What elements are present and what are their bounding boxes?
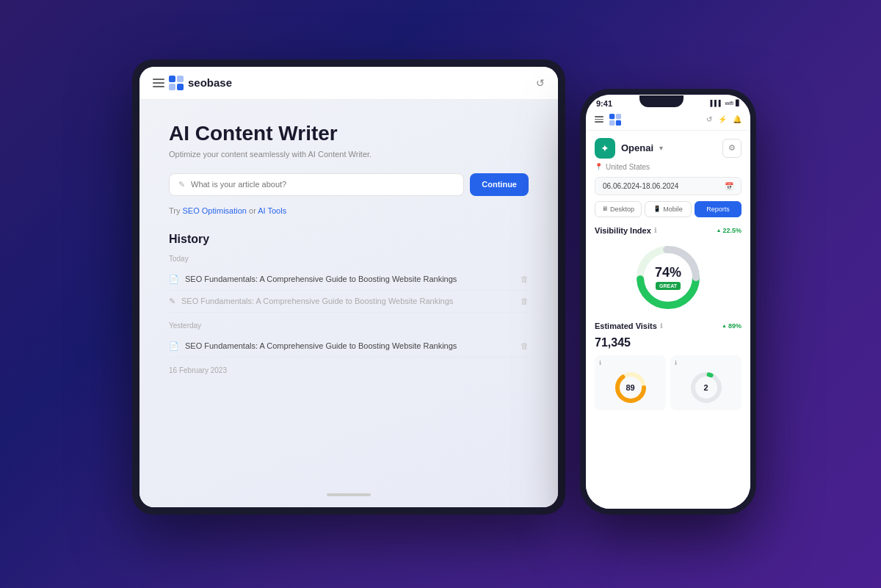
svg-rect-1 — [177, 76, 184, 82]
phone-topbar: ↺ ⚡ 🔔 — [586, 109, 750, 131]
phone-undo-icon[interactable]: ↺ — [706, 115, 712, 123]
date-label: 16 February 2023 — [169, 366, 529, 374]
phone-topbar-right: ↺ ⚡ 🔔 — [706, 115, 742, 123]
search-input-wrap[interactable]: ✎ — [169, 173, 464, 196]
svg-rect-2 — [169, 84, 175, 90]
visibility-section-header: Visibility Index ℹ 22.5% — [595, 226, 742, 235]
date-range-text: 06.06.2024-18.06.2024 — [603, 182, 678, 190]
ai-tools-link[interactable]: AI Tools — [258, 206, 286, 215]
svg-rect-3 — [177, 84, 184, 90]
mobile-tab[interactable]: 📱 Mobile — [645, 201, 692, 217]
location-text: United States — [606, 163, 650, 171]
history-item-text: SEO Fundamentals: A Comprehensive Guide … — [185, 341, 457, 350]
history-item-text: SEO Fundamentals: A Comprehensive Guide … — [185, 275, 457, 283]
small-chart-info-2[interactable]: ℹ — [675, 360, 677, 366]
battery-icon: ▊ — [736, 100, 740, 106]
tablet-screen: seobase ↺ AI Content Writer Optimize you… — [139, 67, 558, 507]
domain-info: ✦ Openai ▾ — [595, 138, 663, 159]
history-title: History — [169, 233, 529, 246]
phone-screen: 9:41 ▌▌▌ wifi ▊ — [586, 95, 750, 509]
trash-icon-2[interactable]: 🗑 — [521, 297, 529, 305]
continue-button[interactable]: Continue — [470, 173, 529, 196]
small-chart-card-2: ℹ 2 — [670, 355, 742, 410]
history-item[interactable]: 📄 SEO Fundamentals: A Comprehensive Guid… — [169, 269, 529, 291]
date-range-row[interactable]: 06.06.2024-18.06.2024 📅 — [595, 177, 742, 195]
seo-optimisation-link[interactable]: SEO Optimisation — [183, 206, 247, 215]
svg-rect-7 — [616, 120, 621, 125]
calendar-icon[interactable]: 📅 — [725, 182, 733, 190]
history-item[interactable]: 📄 SEO Fundamentals: A Comprehensive Guid… — [169, 335, 529, 357]
small-chart-info-1[interactable]: ℹ — [599, 360, 601, 366]
small-chart-card-1: ℹ 89 — [595, 355, 666, 410]
phone-status-icons: ▌▌▌ wifi ▊ — [710, 100, 740, 106]
mobile-tab-icon: 📱 — [653, 206, 661, 212]
history-item-left: 📄 SEO Fundamentals: A Comprehensive Guid… — [169, 275, 457, 284]
small-donut-2: 2 — [688, 369, 725, 406]
page-subtitle: Optimize your content seamlessly with AI… — [169, 150, 529, 159]
donut-center: 74% GREAT — [655, 265, 681, 290]
phone-time: 9:41 — [596, 99, 612, 108]
phone-activity-icon[interactable]: ⚡ — [718, 115, 727, 123]
try-text: Try SEO Optimisation or AI Tools — [169, 206, 529, 215]
tablet-logo-text: seobase — [188, 76, 232, 89]
hamburger-icon[interactable] — [153, 79, 164, 87]
visibility-info-icon[interactable]: ℹ — [654, 227, 656, 234]
signal-icon: ▌▌▌ — [710, 100, 722, 106]
estimated-visits-value: 71,345 — [595, 336, 742, 349]
small-charts-row: ℹ 89 ℹ — [595, 355, 742, 410]
donut-percent-text: 74% — [655, 265, 681, 280]
history-item[interactable]: ✎ SEO Fundamentals: A Comprehensive Guid… — [169, 291, 529, 313]
svg-rect-0 — [169, 76, 175, 82]
search-row: ✎ Continue — [169, 173, 529, 196]
desktop-tab[interactable]: 🖥 Desktop — [595, 201, 642, 217]
svg-rect-6 — [609, 120, 614, 125]
estimated-visits-change-badge: 89% — [722, 322, 742, 330]
phone-topbar-left — [595, 114, 621, 126]
tablet-undo-icon[interactable]: ↺ — [536, 77, 545, 89]
status-bar: 9:41 ▌▌▌ wifi ▊ — [586, 95, 750, 109]
small-chart-header-1: ℹ — [599, 360, 661, 366]
estimated-visits-info-icon[interactable]: ℹ — [660, 322, 662, 330]
donut-badge: GREAT — [656, 282, 681, 290]
phone-bell-icon[interactable]: 🔔 — [733, 115, 742, 123]
svg-rect-4 — [609, 114, 614, 119]
visibility-change-badge: 22.5% — [717, 227, 742, 234]
small-donut-1: 89 — [612, 369, 649, 406]
estimated-visits-header: Estimated Visits ℹ 89% — [595, 322, 742, 330]
reports-tab-label: Reports — [706, 206, 730, 213]
tablet-device: seobase ↺ AI Content Writer Optimize you… — [132, 59, 565, 515]
domain-name[interactable]: Openai — [621, 142, 653, 153]
doc-icon-2: 📄 — [169, 341, 179, 351]
openai-avatar: ✦ — [595, 138, 615, 159]
donut-chart-container: 74% GREAT — [595, 241, 742, 314]
trash-icon-3[interactable]: 🗑 — [521, 341, 529, 350]
reports-tab[interactable]: Reports — [695, 201, 742, 217]
svg-rect-5 — [616, 114, 621, 119]
phone-hamburger-icon[interactable] — [595, 116, 603, 123]
yesterday-label: Yesterday — [169, 322, 529, 330]
location-row: 📍 United States — [595, 163, 742, 171]
devices-container: seobase ↺ AI Content Writer Optimize you… — [110, 45, 771, 544]
history-item-left: ✎ SEO Fundamentals: A Comprehensive Guid… — [169, 297, 453, 306]
doc-icon: 📄 — [169, 275, 179, 284]
article-search-input[interactable] — [191, 180, 454, 189]
edit-icon: ✎ — [169, 297, 175, 306]
tablet-topbar-right: ↺ — [536, 77, 545, 89]
phone-device: 9:41 ▌▌▌ wifi ▊ — [580, 89, 756, 515]
history-item-text: SEO Fundamentals: A Comprehensive Guide … — [181, 297, 453, 305]
tablet-logo-area: seobase — [153, 76, 232, 90]
settings-button[interactable]: ⚙ — [722, 139, 742, 158]
domain-chevron-icon[interactable]: ▾ — [659, 144, 663, 152]
small-donut-center-2: 2 — [703, 383, 708, 392]
tab-row: 🖥 Desktop 📱 Mobile Reports — [595, 201, 742, 217]
history-item-left: 📄 SEO Fundamentals: A Comprehensive Guid… — [169, 341, 457, 351]
desktop-tab-icon: 🖥 — [602, 206, 608, 212]
wifi-icon: wifi — [725, 100, 733, 106]
tablet-scrollbar[interactable] — [327, 493, 371, 496]
phone-content: ✦ Openai ▾ ⚙ 📍 United States 06.06.2024-… — [586, 131, 750, 509]
estimated-visits-section: Estimated Visits ℹ 89% 71,345 — [595, 322, 742, 349]
domain-row: ✦ Openai ▾ ⚙ — [595, 138, 742, 159]
small-chart-header-2: ℹ — [675, 360, 737, 366]
trash-icon-1[interactable]: 🗑 — [521, 275, 529, 283]
phone-notch — [639, 95, 684, 107]
